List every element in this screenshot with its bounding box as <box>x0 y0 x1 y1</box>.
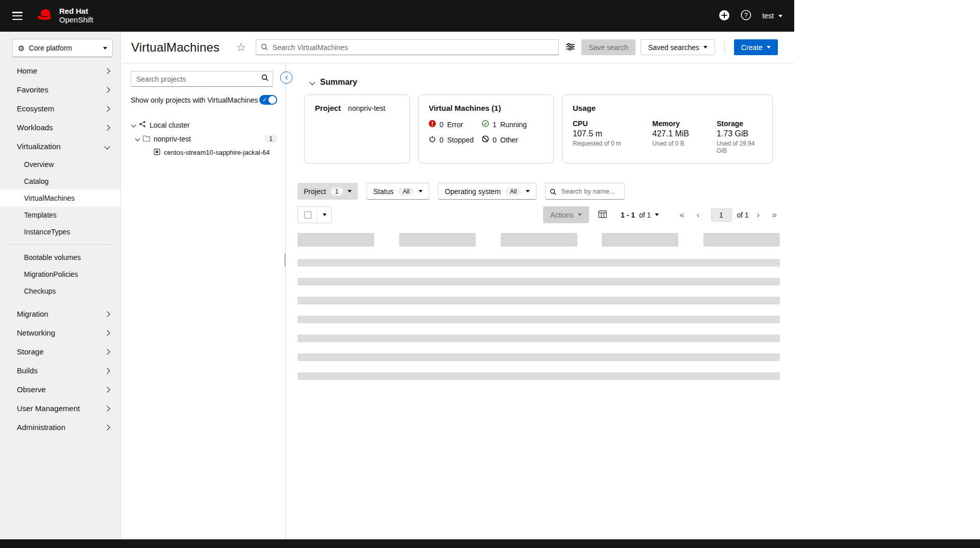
sidebar-item-label: Storage <box>17 347 44 356</box>
name-search-input[interactable] <box>545 183 625 200</box>
sidebar-item-checkups[interactable]: Checkups <box>0 282 120 299</box>
sidebar-item-user-management[interactable]: User Management <box>0 399 120 418</box>
usage-metrics: CPU 107.5 m Requested of 0 m Memory 427.… <box>573 120 762 154</box>
os-filter-label: Operating system <box>445 187 501 196</box>
tree-item-vm[interactable]: centos-stream10-sapphire-jackal-64 <box>121 146 285 159</box>
pagination-range-total: of 1 <box>639 211 651 219</box>
project-tree: Local cluster nonpriv-test 1 centos-stre… <box>121 118 285 159</box>
project-filter-badge: 1 <box>331 187 344 196</box>
error-count: 0 <box>439 121 444 129</box>
vm-label: centos-stream10-sapphire-jackal-64 <box>164 149 270 156</box>
search-input[interactable] <box>256 39 559 55</box>
sidebar-item-workloads[interactable]: Workloads <box>0 118 120 137</box>
actions-dropdown[interactable]: Actions <box>543 206 589 223</box>
sidebar-item-virtualmachines[interactable]: VirtualMachines <box>0 189 120 206</box>
sidebar-item-home[interactable]: Home <box>0 61 120 80</box>
collapse-panel-button[interactable] <box>280 72 292 84</box>
actions-label: Actions <box>550 211 574 219</box>
perspective-switcher[interactable]: ⚙ Core platform <box>12 39 113 57</box>
memory-metric: Memory 427.1 MiB Used of 0 B <box>652 120 717 154</box>
user-menu[interactable]: test <box>762 12 782 20</box>
summary-section-toggle[interactable]: Summary <box>310 78 780 87</box>
show-only-vm-projects-toggle[interactable]: ✓ <box>259 95 277 105</box>
subnav-label: Catalog <box>24 177 48 185</box>
sidebar-item-instancetypes[interactable]: InstanceTypes <box>0 223 120 240</box>
skeleton-header-cell <box>602 233 678 247</box>
chevron-down-icon <box>103 47 107 50</box>
project-filter-dropdown[interactable]: Project 1 <box>298 183 358 200</box>
page-header: VirtualMachines ☆ Save search Saved sear… <box>121 32 794 63</box>
sidebar-item-ecosystem[interactable]: Ecosystem <box>0 99 120 118</box>
help-button[interactable]: ? <box>741 10 751 22</box>
sidebar-item-storage[interactable]: Storage <box>0 342 120 361</box>
tree-item-cluster[interactable]: Local cluster <box>121 118 285 132</box>
sidebar-item-favorites[interactable]: Favorites <box>0 80 120 99</box>
previous-page-button[interactable]: ‹ <box>694 210 703 219</box>
select-all-checkbox[interactable] <box>304 211 311 219</box>
check-icon: ✓ <box>262 96 267 103</box>
create-button[interactable]: Create <box>734 39 778 55</box>
tree-item-project[interactable]: nonpriv-test 1 <box>121 132 285 146</box>
favorite-star-button[interactable]: ☆ <box>236 42 246 53</box>
table-rows-skeleton <box>298 259 780 380</box>
project-search-button[interactable] <box>257 72 273 85</box>
project-tree-panel: Show only projects with VirtualMachines … <box>121 63 286 539</box>
sidebar-item-migration[interactable]: Migration <box>0 304 120 323</box>
sidebar-item-networking[interactable]: Networking <box>0 323 120 342</box>
storage-sub: Used of 29.94 GiB <box>717 140 762 154</box>
running-label: Running <box>500 121 527 129</box>
nav-toggle-button[interactable] <box>12 12 22 20</box>
skeleton-header-cell <box>501 233 577 247</box>
angle-double-right-icon: » <box>772 210 777 220</box>
skeleton-row <box>298 372 780 380</box>
sidebar-item-templates[interactable]: Templates <box>0 206 120 223</box>
main-content: Summary Project nonpriv-test Virtual Mac… <box>286 63 794 539</box>
brand-text: Red Hat OpenShift <box>59 7 93 25</box>
brand-logo[interactable]: Red Hat OpenShift <box>36 7 93 25</box>
first-page-button[interactable]: « <box>676 210 687 219</box>
import-yaml-button[interactable] <box>719 10 730 22</box>
manage-columns-button[interactable] <box>596 207 609 223</box>
redhat-logo-icon <box>36 8 55 23</box>
cluster-icon <box>139 121 146 129</box>
sidebar-item-bootable-volumes[interactable]: Bootable volumes <box>0 249 120 266</box>
sidebar-item-observe[interactable]: Observe <box>0 380 120 399</box>
list-toolbar: Actions 1 - 1 of 1 « <box>298 206 780 223</box>
sidebar-item-catalog[interactable]: Catalog <box>0 173 120 189</box>
pagination-options-dropdown[interactable]: 1 - 1 of 1 <box>621 211 659 219</box>
chevron-right-icon <box>104 368 110 373</box>
bulk-select-dropdown[interactable] <box>317 207 331 223</box>
current-page-input[interactable] <box>711 208 732 222</box>
subnav-label: Checkups <box>24 287 56 295</box>
chevron-down-icon <box>309 79 315 85</box>
sidebar-item-administration[interactable]: Administration <box>0 418 120 437</box>
pagination-range: 1 - 1 <box>621 211 635 219</box>
chevron-down-icon <box>135 136 140 141</box>
sidebar-item-virtualization[interactable]: Virtualization <box>0 137 120 156</box>
next-page-button[interactable]: › <box>754 210 763 219</box>
brand-line1: Red Hat <box>59 7 93 16</box>
advanced-search-button[interactable] <box>563 39 577 55</box>
chevron-down-icon <box>526 190 530 193</box>
page-title: VirtualMachines <box>131 40 219 55</box>
search-icon <box>550 188 556 197</box>
sidebar-item-builds[interactable]: Builds <box>0 361 120 380</box>
page-total-label: of 1 <box>737 211 749 219</box>
status-filter-dropdown[interactable]: Status All <box>366 183 429 200</box>
sidebar-item-migrationpolicies[interactable]: MigrationPolicies <box>0 266 120 282</box>
angle-right-icon: › <box>757 210 760 220</box>
save-search-button[interactable]: Save search <box>581 39 635 55</box>
memory-label: Memory <box>652 120 717 128</box>
skeleton-row <box>298 335 780 342</box>
cpu-label: CPU <box>573 120 652 128</box>
last-page-button[interactable]: » <box>769 210 780 219</box>
cpu-metric: CPU 107.5 m Requested of 0 m <box>573 120 652 154</box>
skeleton-row <box>298 259 780 267</box>
os-filter-dropdown[interactable]: Operating system All <box>438 183 536 200</box>
saved-searches-dropdown[interactable]: Saved searches <box>641 39 715 55</box>
vm-card-title: Virtual Machines (1) <box>429 104 543 112</box>
chevron-down-icon <box>778 15 782 17</box>
sidebar-item-overview[interactable]: Overview <box>0 156 120 173</box>
project-search-input[interactable] <box>131 71 273 87</box>
project-icon <box>143 135 150 143</box>
